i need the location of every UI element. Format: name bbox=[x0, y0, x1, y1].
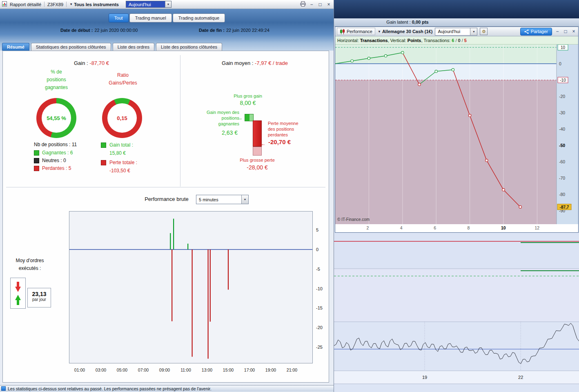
performance-title: Performance bbox=[347, 29, 372, 34]
date-start-label: Date de début : bbox=[60, 28, 93, 33]
ratio-title: Ratio Gains/Pertes bbox=[88, 71, 158, 87]
svg-text:5: 5 bbox=[316, 227, 318, 232]
info-segment: Horizontal: bbox=[337, 38, 360, 43]
svg-text:-5: -5 bbox=[316, 267, 320, 272]
svg-text:0: 0 bbox=[316, 247, 318, 252]
chart-period-select[interactable]: Aujourd'hui▼ bbox=[435, 28, 477, 36]
orders-arrows-icon bbox=[10, 278, 26, 309]
share-icon bbox=[524, 29, 529, 34]
tab-liste-positions[interactable]: Liste des positions clôturées bbox=[156, 43, 222, 51]
svg-text:17:00: 17:00 bbox=[244, 368, 255, 372]
info-segment: Vertical: bbox=[390, 38, 408, 43]
report-icon bbox=[2, 1, 7, 7]
gain-total-label: Gain total : bbox=[109, 142, 133, 148]
instruments-dropdown[interactable]: ▼Tous les instruments bbox=[69, 2, 119, 7]
tab-resume[interactable]: Résumé bbox=[2, 43, 29, 51]
chevron-down-icon: ▼ bbox=[378, 30, 381, 33]
biggest-loss-bar bbox=[253, 147, 262, 156]
share-button[interactable]: Partager bbox=[520, 28, 552, 36]
horizontal-divider bbox=[6, 187, 325, 187]
settings-wrench-button[interactable]: ⚙ bbox=[480, 28, 488, 35]
win-pct-donut: 54,55 % bbox=[36, 98, 76, 138]
svg-text:-40: -40 bbox=[559, 127, 565, 131]
svg-text:-80: -80 bbox=[559, 192, 565, 197]
performance-brute-chart: 50-5-10-15-20-2501:0003:0005:0007:0009:0… bbox=[69, 211, 330, 376]
instrument-name: Allemagne 30 Cash (1€) bbox=[382, 29, 433, 34]
avg-win-line2: positions bbox=[185, 115, 239, 121]
tab-tout[interactable]: Tout bbox=[109, 13, 129, 22]
minimize-button[interactable]: − bbox=[555, 29, 560, 34]
svg-text:01:00: 01:00 bbox=[74, 368, 85, 372]
tab-statistiques-positions[interactable]: Statistiques des positions clôturées bbox=[31, 43, 111, 51]
svg-text:-50: -50 bbox=[559, 143, 565, 148]
date-start: Date de début :22 juin 2020 00:00:00 bbox=[60, 28, 138, 33]
window-title: Rapport détaillé bbox=[10, 2, 41, 7]
down-arrow-icon bbox=[14, 281, 22, 293]
vertical-divider bbox=[180, 55, 180, 187]
left-arrow-icon: ← bbox=[261, 141, 266, 147]
svg-text:© IT-Finance.com: © IT-Finance.com bbox=[337, 217, 370, 222]
chevron-down-icon: ▼ bbox=[470, 28, 477, 35]
price-chart[interactable]: 1922 bbox=[334, 233, 579, 392]
account-code: Z3FX89 bbox=[47, 2, 63, 7]
disclaimer-bar: Les statistiques ci-dessus sont relative… bbox=[0, 385, 334, 392]
svg-text:05:00: 05:00 bbox=[117, 368, 127, 372]
date-end-label: Date de fin : bbox=[199, 28, 225, 33]
svg-text:21:00: 21:00 bbox=[287, 368, 297, 372]
gain-latent-text: Gain latent : 0,00 pts bbox=[334, 20, 481, 24]
svg-text:-60: -60 bbox=[559, 159, 565, 164]
win-pct-value: 54,55 % bbox=[47, 115, 66, 121]
performance-titlebar: Performance ▼Allemagne 30 Cash (1€) Aujo… bbox=[335, 27, 578, 36]
svg-text:-25: -25 bbox=[316, 345, 323, 350]
close-button[interactable]: × bbox=[571, 29, 577, 34]
app-root: Rapport détaillé Z3FX89 ▼Tous les instru… bbox=[0, 0, 579, 392]
ratio-donut: 0,15 bbox=[102, 98, 142, 138]
svg-text:-15: -15 bbox=[316, 305, 323, 310]
minimize-button[interactable]: − bbox=[309, 2, 314, 7]
svg-text:03:00: 03:00 bbox=[96, 368, 106, 372]
info-segment: Transactions bbox=[360, 38, 388, 43]
tab-trading-automatique[interactable]: Trading automatique bbox=[173, 13, 225, 22]
svg-text:11:00: 11:00 bbox=[180, 368, 191, 372]
pct-title-line1: % de bbox=[20, 68, 93, 76]
gain-value: -87,70 € bbox=[89, 60, 109, 66]
date-end: Date de fin :22 juin 2020 22:49:24 bbox=[199, 28, 269, 33]
instrument-dropdown[interactable]: ▼Allemagne 30 Cash (1€) bbox=[378, 29, 432, 34]
perte-totale-label: Perte totale : bbox=[109, 160, 137, 165]
performance-dropdown[interactable]: Performance bbox=[337, 28, 375, 35]
maximize-button[interactable]: □ bbox=[317, 2, 323, 7]
red-square-icon bbox=[101, 160, 106, 165]
right-arrow-icon: → bbox=[238, 116, 243, 120]
svg-text:0: 0 bbox=[559, 61, 561, 66]
tab-liste-ordres[interactable]: Liste des ordres bbox=[113, 43, 154, 51]
avg-orders-value-box: 23,13 par jour bbox=[27, 288, 51, 307]
timeframe-select[interactable]: 5 minutes▼ bbox=[196, 195, 249, 204]
biggest-loss-label: Plus grosse perte bbox=[229, 158, 286, 163]
nb-positions: Nb de positions : 11 bbox=[34, 142, 77, 147]
avg-win-value: 2,63 € bbox=[185, 129, 238, 136]
equity-curve-chart[interactable]: 100-10-20-30-40-50-60-70-80-90-87,7© IT-… bbox=[335, 45, 578, 224]
pct-positions-title: % de positions gagnantes bbox=[20, 68, 93, 91]
tab-trading-manuel[interactable]: Trading manuel bbox=[129, 13, 172, 22]
maximize-button[interactable]: □ bbox=[563, 29, 568, 34]
svg-text:19: 19 bbox=[422, 375, 427, 380]
x-axis-label: 2 bbox=[366, 225, 369, 230]
up-arrow-icon bbox=[14, 294, 22, 305]
chart-period-value: Aujourd'hui bbox=[438, 29, 460, 34]
close-button[interactable]: × bbox=[326, 2, 332, 7]
info-segment: / bbox=[454, 38, 458, 43]
gain-moyen-label: Gain moyen : bbox=[222, 60, 255, 66]
svg-text:-70: -70 bbox=[559, 176, 565, 180]
avg-orders-line1: Moy d'ordres bbox=[3, 257, 57, 265]
gain-summary: Gain : -87,70 € bbox=[3, 60, 180, 66]
x-axis-label: 10 bbox=[501, 225, 506, 230]
equity-x-axis: 24681012 bbox=[335, 224, 578, 232]
avg-orders-label: Moy d'ordres exécutés : bbox=[3, 257, 57, 272]
report-period-select[interactable]: Aujourd'hui▼ bbox=[126, 1, 171, 8]
x-axis-label: 6 bbox=[434, 225, 436, 230]
avg-win-line1: Gain moyen des bbox=[185, 109, 239, 115]
print-button[interactable] bbox=[300, 1, 306, 7]
svg-text:19:00: 19:00 bbox=[265, 368, 276, 372]
perte-totale-value: -103,50 € bbox=[109, 168, 130, 174]
svg-text:10: 10 bbox=[561, 45, 566, 50]
